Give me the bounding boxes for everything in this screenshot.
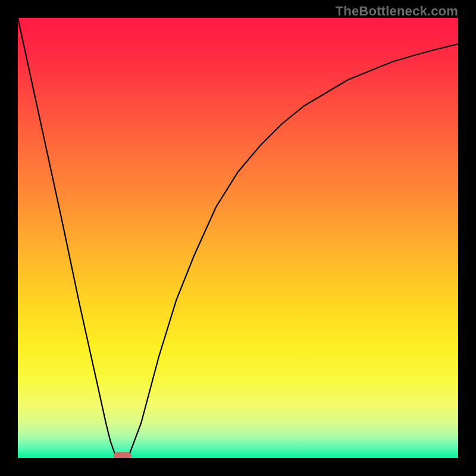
watermark-text: TheBottleneck.com [336, 4, 458, 19]
curve-layer [18, 18, 458, 458]
chart-frame: TheBottleneck.com [0, 0, 476, 476]
minimum-marker [114, 452, 131, 458]
plot-area [18, 18, 458, 458]
bottleneck-curve [18, 18, 458, 458]
